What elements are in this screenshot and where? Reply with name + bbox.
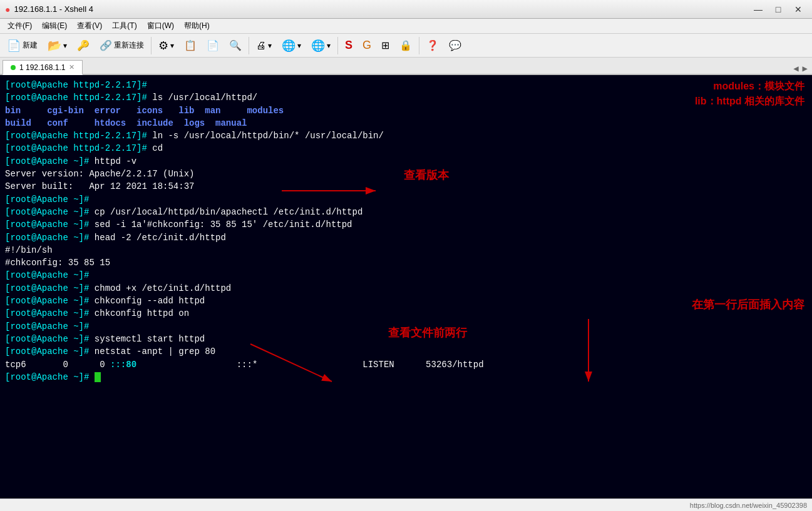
reconnect-button[interactable]: 🔗 重新连接 <box>95 37 148 54</box>
menubar: 文件(F) 编辑(E) 查看(V) 工具(T) 窗口(W) 帮助(H) <box>0 19 812 34</box>
dropdown-icon4: ▾ <box>297 41 301 50</box>
menu-view[interactable]: 查看(V) <box>72 19 107 33</box>
print-icon: 🖨 <box>256 40 266 51</box>
tab-scroll-right[interactable]: ▶ <box>801 63 809 74</box>
menu-tools[interactable]: 工具(T) <box>107 19 141 33</box>
tab-scroll-left[interactable]: ◀ <box>791 63 800 74</box>
key-icon: 🔑 <box>77 39 90 51</box>
menu-window[interactable]: 窗口(W) <box>142 19 179 33</box>
statusbar: https://blog.csdn.net/weixin_45902398 <box>0 498 812 511</box>
settings-button[interactable]: ⚙ ▾ <box>154 36 178 55</box>
g-button[interactable]: G <box>358 36 376 54</box>
dropdown-icon3: ▾ <box>268 41 272 50</box>
dropdown-icon: ▾ <box>63 41 67 50</box>
search-icon: 🔍 <box>229 39 242 51</box>
minimize-button[interactable]: — <box>749 3 767 16</box>
sep1 <box>151 37 152 54</box>
g-icon: G <box>362 39 371 52</box>
globe2-icon: 🌐 <box>311 39 325 53</box>
s-icon: S <box>345 39 352 52</box>
menu-edit[interactable]: 编辑(E) <box>37 19 72 33</box>
dropdown-icon2: ▾ <box>170 41 174 50</box>
globe2-button[interactable]: 🌐 ▾ <box>307 36 335 55</box>
key-icon-btn[interactable]: 🔑 <box>73 37 94 54</box>
globe-icon: 🌐 <box>282 39 296 53</box>
terminal[interactable]: [root@Apache httpd-2.2.17]# [root@Apache… <box>0 75 812 498</box>
grid-icon: ⊞ <box>381 39 389 51</box>
new-label: 新建 <box>23 40 38 51</box>
copy-icon: 📋 <box>184 39 197 51</box>
chat-icon: 💬 <box>449 39 461 51</box>
globe-button[interactable]: 🌐 ▾ <box>277 36 306 55</box>
print-button[interactable]: 🖨 ▾ <box>252 38 276 54</box>
s-button[interactable]: S <box>341 36 357 54</box>
settings-icon: ⚙ <box>158 39 168 53</box>
tab-scroll-area: ◀ ▶ <box>789 63 812 74</box>
sep4 <box>419 37 419 54</box>
toolbar: 📄 新建 📂 ▾ 🔑 🔗 重新连接 ⚙ ▾ 📋 📄 🔍 🖨 ▾ 🌐 ▾ 🌐 ▾ … <box>0 34 812 58</box>
close-button[interactable]: ✕ <box>789 3 807 16</box>
paste-icon: 📄 <box>207 39 219 51</box>
tab-status-dot <box>11 65 16 70</box>
tab-label: 1 192.168.1.1 <box>19 63 65 72</box>
status-url: https://blog.csdn.net/weixin_45902398 <box>690 502 807 509</box>
help-button[interactable]: ❓ <box>422 37 443 54</box>
menu-help[interactable]: 帮助(H) <box>179 19 215 33</box>
paste-button[interactable]: 📄 <box>202 37 224 54</box>
titlebar: ● 192.168.1.1 - Xshell 4 — □ ✕ <box>0 0 812 19</box>
grid-button[interactable]: ⊞ <box>377 37 394 54</box>
tab-session1[interactable]: 1 192.168.1.1 ✕ <box>3 60 83 75</box>
reconnect-icon: 🔗 <box>100 39 112 51</box>
tab-close-icon[interactable]: ✕ <box>69 63 75 71</box>
menu-file[interactable]: 文件(F) <box>3 19 37 33</box>
search-button[interactable]: 🔍 <box>225 37 246 54</box>
sep2 <box>249 37 249 54</box>
copy-button[interactable]: 📋 <box>180 37 201 54</box>
tabbar: 1 192.168.1.1 ✕ ◀ ▶ <box>0 58 812 75</box>
lock-icon: 🔒 <box>399 39 412 51</box>
terminal-container[interactable]: [root@Apache httpd-2.2.17]# [root@Apache… <box>0 75 812 498</box>
titlebar-left: ● 192.168.1.1 - Xshell 4 <box>5 4 93 14</box>
open-button[interactable]: 📂 ▾ <box>43 36 71 55</box>
open-icon: 📂 <box>48 39 61 53</box>
lock-button[interactable]: 🔒 <box>395 37 416 54</box>
dropdown-icon5: ▾ <box>327 41 331 50</box>
maximize-button[interactable]: □ <box>769 3 787 16</box>
new-button[interactable]: 📄 新建 <box>3 36 42 55</box>
chat-button[interactable]: 💬 <box>445 37 466 54</box>
reconnect-label: 重新连接 <box>114 40 144 51</box>
sep3 <box>337 37 338 54</box>
app-icon: ● <box>5 4 10 14</box>
help-icon: ❓ <box>426 39 439 51</box>
new-icon: 📄 <box>7 39 21 53</box>
window-title: 192.168.1.1 - Xshell 4 <box>14 4 93 14</box>
titlebar-controls: — □ ✕ <box>749 3 807 16</box>
